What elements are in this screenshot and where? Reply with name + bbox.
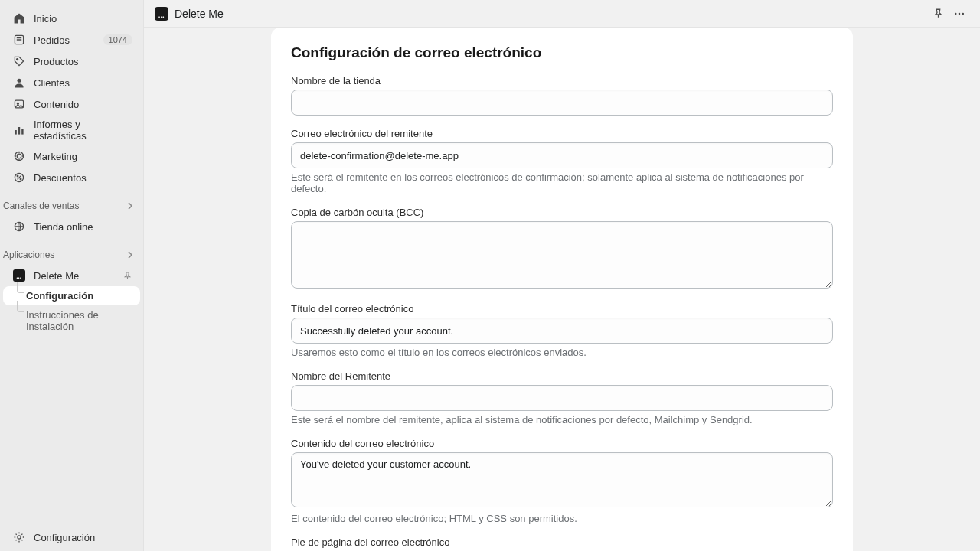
store-icon bbox=[12, 220, 26, 233]
email-title-help: Usaremos esto como el título en los corr… bbox=[291, 347, 833, 358]
svg-rect-6 bbox=[18, 127, 20, 135]
section-title: Aplicaciones bbox=[3, 249, 54, 260]
nav-label: Configuración bbox=[26, 290, 132, 302]
svg-point-9 bbox=[17, 154, 21, 158]
tag-icon bbox=[12, 54, 26, 68]
chevron-right-icon bbox=[126, 251, 134, 259]
svg-point-2 bbox=[17, 79, 21, 83]
image-icon bbox=[12, 97, 26, 111]
app-icon: ••• bbox=[155, 7, 168, 21]
store-name-input[interactable] bbox=[291, 90, 833, 116]
target-icon bbox=[12, 149, 26, 163]
orders-badge: 1074 bbox=[103, 34, 132, 45]
svg-point-8 bbox=[15, 152, 23, 160]
home-icon bbox=[12, 11, 26, 25]
nav-content[interactable]: Contenido bbox=[3, 93, 140, 115]
email-content-input[interactable] bbox=[291, 452, 833, 507]
sender-email-label: Correo electrónico del remitente bbox=[291, 128, 833, 139]
svg-point-14 bbox=[18, 536, 21, 539]
field-email-title: Título del correo electrónico Usaremos e… bbox=[291, 303, 833, 358]
nav-label: Pedidos bbox=[34, 34, 103, 46]
nav-label: Descuentos bbox=[34, 172, 132, 184]
pin-button[interactable] bbox=[928, 4, 948, 24]
store-name-label: Nombre de la tienda bbox=[291, 75, 833, 86]
nav-label: Delete Me bbox=[34, 270, 122, 282]
svg-point-15 bbox=[955, 12, 957, 15]
nav-label: Contenido bbox=[34, 99, 132, 110]
more-button[interactable] bbox=[949, 4, 969, 24]
nav-settings[interactable]: Configuración bbox=[3, 527, 140, 548]
nav-customers[interactable]: Clientes bbox=[3, 72, 140, 93]
card-heading: Configuración de correo electrónico bbox=[291, 44, 833, 61]
email-title-input[interactable] bbox=[291, 318, 833, 344]
pin-icon[interactable] bbox=[122, 271, 132, 281]
gear-icon bbox=[12, 530, 26, 544]
field-sender-name: Nombre del Remitente Este será el nombre… bbox=[291, 370, 833, 425]
email-content-label: Contenido del correo electrónico bbox=[291, 438, 833, 449]
apps-header[interactable]: Aplicaciones bbox=[0, 245, 143, 265]
content-scroll[interactable]: Configuración de correo electrónico Nomb… bbox=[144, 28, 980, 551]
nav-label: Productos bbox=[34, 56, 132, 67]
nav-label: Clientes bbox=[34, 77, 132, 89]
bcc-input[interactable] bbox=[291, 221, 833, 289]
nav-label: Marketing bbox=[34, 151, 132, 162]
sidebar: Inicio Pedidos 1074 Productos Clientes bbox=[0, 0, 144, 551]
field-email-footer: Pie de página del correo electrónico El … bbox=[291, 536, 833, 551]
svg-rect-5 bbox=[15, 130, 16, 135]
app-install-instructions[interactable]: Instrucciones de Instalación bbox=[3, 305, 140, 336]
person-icon bbox=[12, 76, 26, 90]
email-content-help: El contenido del correo electrónico; HTM… bbox=[291, 513, 833, 524]
svg-rect-7 bbox=[21, 129, 23, 134]
email-footer-label: Pie de página del correo electrónico bbox=[291, 536, 833, 548]
field-email-content: Contenido del correo electrónico El cont… bbox=[291, 438, 833, 524]
orders-icon bbox=[12, 33, 26, 47]
nav-discounts[interactable]: Descuentos bbox=[3, 167, 140, 188]
section-title: Canales de ventas bbox=[3, 201, 79, 211]
percent-icon bbox=[12, 171, 26, 184]
nav-label: Tienda online bbox=[34, 221, 132, 233]
primary-nav: Inicio Pedidos 1074 Productos Clientes bbox=[0, 8, 143, 188]
sender-name-input[interactable] bbox=[291, 385, 833, 411]
svg-point-16 bbox=[959, 12, 961, 15]
svg-point-17 bbox=[962, 12, 965, 15]
nav-products[interactable]: Productos bbox=[3, 51, 140, 72]
sales-channels-header[interactable]: Canales de ventas bbox=[0, 196, 143, 216]
sender-email-input[interactable] bbox=[291, 142, 833, 168]
nav-label: Configuración bbox=[34, 532, 132, 543]
sender-name-label: Nombre del Remitente bbox=[291, 370, 833, 382]
chevron-right-icon bbox=[126, 202, 134, 210]
email-config-card: Configuración de correo electrónico Nomb… bbox=[271, 28, 853, 551]
sender-name-help: Este será el nombre del remitente, aplic… bbox=[291, 414, 833, 425]
nav-orders[interactable]: Pedidos 1074 bbox=[3, 29, 140, 51]
nav-analytics[interactable]: Informes y estadísticas bbox=[3, 115, 140, 145]
field-sender-email: Correo electrónico del remitente Este se… bbox=[291, 128, 833, 194]
topbar: ••• Delete Me bbox=[144, 0, 980, 28]
bar-chart-icon bbox=[12, 123, 26, 137]
app-icon: ••• bbox=[12, 269, 26, 282]
sender-email-help: Este será el remitente en los correos el… bbox=[291, 171, 833, 194]
bcc-label: Copia de carbón oculta (BCC) bbox=[291, 207, 833, 218]
email-title-label: Título del correo electrónico bbox=[291, 303, 833, 315]
nav-label: Instrucciones de Instalación bbox=[26, 309, 132, 332]
page-title: Delete Me bbox=[175, 8, 224, 20]
main-area: ••• Delete Me Configuración de correo el… bbox=[144, 0, 980, 551]
nav-label: Informes y estadísticas bbox=[34, 119, 132, 142]
svg-point-11 bbox=[17, 175, 18, 177]
nav-label: Inicio bbox=[34, 13, 132, 24]
svg-point-12 bbox=[20, 178, 21, 180]
field-bcc: Copia de carbón oculta (BCC) bbox=[291, 207, 833, 291]
channel-online-store[interactable]: Tienda online bbox=[3, 216, 140, 237]
nav-marketing[interactable]: Marketing bbox=[3, 145, 140, 167]
nav-home[interactable]: Inicio bbox=[3, 8, 140, 29]
field-store-name: Nombre de la tienda bbox=[291, 75, 833, 116]
svg-point-1 bbox=[17, 59, 18, 60]
